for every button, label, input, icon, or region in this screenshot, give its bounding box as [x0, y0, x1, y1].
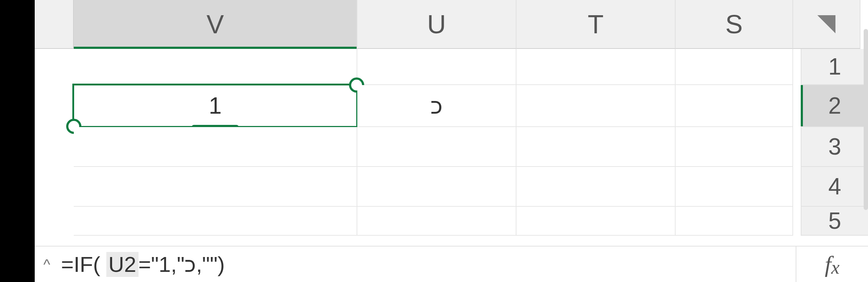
- cell-T3[interactable]: [516, 127, 676, 167]
- row-header-3[interactable]: 3: [801, 127, 868, 167]
- row-5: [74, 207, 801, 236]
- row-header-5[interactable]: 5: [801, 207, 868, 236]
- spreadsheet-app: V U T S 1 2 3 4 5: [0, 0, 868, 282]
- cell-V3[interactable]: [74, 127, 357, 167]
- row-headers: 1 2 3 4 5: [801, 49, 868, 246]
- cell-V5[interactable]: [74, 207, 357, 236]
- row-2: 1 כ: [74, 85, 801, 127]
- cell-S2[interactable]: [676, 85, 793, 127]
- row-header-4[interactable]: 4: [801, 167, 868, 207]
- column-headers: V U T S: [35, 0, 868, 49]
- row-3: [74, 127, 801, 167]
- column-header-T[interactable]: T: [516, 0, 676, 49]
- vertical-scrollbar[interactable]: [864, 29, 868, 210]
- row-header-1[interactable]: 1: [801, 49, 868, 85]
- cell-U1[interactable]: [357, 49, 516, 85]
- cell-value: 1: [209, 92, 222, 119]
- formula-bar-expand-chevron-icon[interactable]: ^: [43, 256, 50, 273]
- formula-prefix: =IF(: [61, 252, 100, 277]
- cell-V2[interactable]: 1: [74, 85, 357, 127]
- cells-grid[interactable]: 1 כ: [74, 49, 801, 246]
- column-header-U[interactable]: U: [357, 0, 516, 49]
- cell-S4[interactable]: [676, 167, 793, 207]
- cell-U3[interactable]: [357, 127, 516, 167]
- cell-T2[interactable]: [516, 85, 676, 127]
- cell-U2[interactable]: כ: [357, 85, 516, 127]
- cell-S3[interactable]: [676, 127, 793, 167]
- column-header-end[interactable]: [793, 0, 860, 49]
- cell-T1[interactable]: [516, 49, 676, 85]
- cell-V1[interactable]: [74, 49, 357, 85]
- formula-bar: ^ =IF( U2 ="כ",1,"") fx: [35, 246, 868, 282]
- fx-icon-x: x: [831, 257, 839, 278]
- scroll-columns-triangle-icon: [817, 15, 835, 33]
- cell-U5[interactable]: [357, 207, 516, 236]
- cell-S1[interactable]: [676, 49, 793, 85]
- cell-V4[interactable]: [74, 167, 357, 207]
- cell-U4[interactable]: [357, 167, 516, 207]
- formula-input[interactable]: =IF( U2 ="כ",1,""): [61, 252, 796, 277]
- select-all-corner[interactable]: [35, 0, 74, 49]
- left-letterbox: [0, 0, 35, 282]
- formula-cell-reference: U2: [106, 252, 139, 277]
- cell-value: כ: [430, 92, 443, 119]
- cell-T5[interactable]: [516, 207, 676, 236]
- column-header-S[interactable]: S: [676, 0, 793, 49]
- fx-icon-f: f: [825, 251, 831, 278]
- cell-S5[interactable]: [676, 207, 793, 236]
- column-header-V[interactable]: V: [74, 0, 357, 49]
- grid-area: V U T S 1 2 3 4 5: [35, 0, 868, 246]
- cell-T4[interactable]: [516, 167, 676, 207]
- row-4: [74, 167, 801, 207]
- fx-button[interactable]: fx: [796, 247, 868, 282]
- formula-suffix: ="כ",1,""): [139, 252, 225, 277]
- row-1: [74, 49, 801, 85]
- row-header-2[interactable]: 2: [801, 85, 868, 127]
